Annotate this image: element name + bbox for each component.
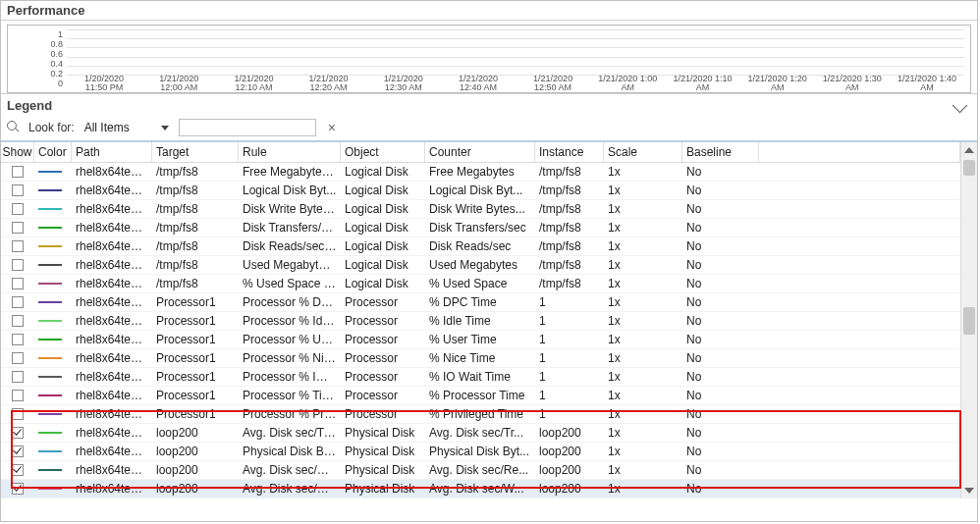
table-row[interactable]: rhel8x64test01loop200Avg. Disk sec/Re...… [1,461,960,480]
cell-counter: Free Megabytes [425,165,535,179]
legend-rows: rhel8x64test01/tmp/fs8Free Megabytes...L… [1,163,960,498]
cell-rule: Disk Transfers/s... [239,221,341,235]
show-checkbox[interactable] [12,203,24,215]
clear-search-button[interactable]: × [324,120,340,135]
color-swatch [38,320,62,322]
search-input[interactable] [179,119,316,136]
table-row[interactable]: rhel8x64test01/tmp/fs8% Used Space (...L… [1,275,960,293]
table-row[interactable]: rhel8x64test01loop200Physical Disk Byt..… [1,443,960,461]
column-header[interactable]: Counter [425,142,535,162]
cell-rule: Processor % Privi... [239,407,341,421]
show-checkbox[interactable] [12,390,24,401]
column-header[interactable]: Object [341,142,425,162]
cell-scale: 1x [604,407,682,421]
show-checkbox[interactable] [12,464,24,476]
column-header[interactable]: Color [34,142,72,162]
cell-show [1,222,34,234]
cell-counter: % DPC Time [425,295,535,309]
table-row[interactable]: rhel8x64test01Processor1Processor % Priv… [1,405,960,424]
cell-baseline: No [682,258,759,272]
show-checkbox[interactable] [12,222,24,234]
table-row[interactable]: rhel8x64test01Processor1Processor % Use.… [1,331,960,349]
performance-section-header: Performance [1,1,977,21]
cell-path: rhel8x64test01 [72,314,152,328]
y-tick-label: 0.8 [50,39,63,49]
show-checkbox[interactable] [12,259,24,271]
table-row[interactable]: rhel8x64test01Processor1Processor % IO T… [1,368,960,387]
table-row[interactable]: rhel8x64test01/tmp/fs8Disk Transfers/s..… [1,219,960,237]
cell-show [1,166,34,178]
table-row[interactable]: rhel8x64test01/tmp/fs8Logical Disk Byt..… [1,182,960,200]
show-checkbox[interactable] [12,240,24,252]
scroll-up-button[interactable] [961,142,977,158]
show-checkbox[interactable] [12,427,24,439]
cell-instance: 1 [535,314,604,328]
cell-target: loop200 [152,445,239,458]
show-checkbox[interactable] [12,334,24,345]
legend-column-headers[interactable]: ShowColorPathTargetRuleObjectCounterInst… [1,142,960,163]
table-row[interactable]: rhel8x64test01Processor1Processor % DP..… [1,293,960,312]
table-row[interactable]: rhel8x64test01Processor1Processor % Nic.… [1,349,960,368]
show-checkbox[interactable] [12,166,24,178]
show-checkbox[interactable] [12,371,24,383]
table-row[interactable]: rhel8x64test01/tmp/fs8Used Megabytes...L… [1,256,960,275]
cell-baseline: No [682,351,759,365]
cell-scale: 1x [604,426,682,440]
show-checkbox[interactable] [12,408,24,420]
cell-baseline: No [682,463,759,477]
column-header[interactable]: Show [1,142,34,162]
chart-gridline [67,66,964,67]
x-tick-label: 1/20/202011:50 PM [67,75,141,92]
show-checkbox[interactable] [12,278,24,289]
cell-show [1,390,34,401]
column-header[interactable]: Path [72,142,152,162]
cell-object: Processor [341,407,425,421]
chevron-down-icon[interactable] [953,98,968,114]
table-row[interactable]: rhel8x64test01Processor1Processor % Tim.… [1,387,960,405]
table-row[interactable]: rhel8x64test01loop200Avg. Disk sec/Tr...… [1,424,960,443]
cell-scale: 1x [604,482,682,496]
lookfor-scope-combo[interactable]: All Items [82,121,171,134]
cell-object: Processor [341,295,425,309]
cell-rule: Avg. Disk sec/W... [239,482,341,496]
x-tick-label: 1/21/2020 1:30AM [815,75,890,92]
cell-counter: % Used Space [425,277,535,290]
cell-baseline: No [682,426,759,440]
cell-path: rhel8x64test01 [72,258,152,272]
scroll-thumb[interactable] [963,160,975,176]
cell-show [1,483,34,495]
table-row[interactable]: rhel8x64test01loop200Avg. Disk sec/W...P… [1,480,960,498]
column-header[interactable]: Rule [239,142,341,162]
color-swatch [38,283,62,285]
cell-path: rhel8x64test01 [72,463,152,477]
cell-baseline: No [682,165,759,179]
show-checkbox[interactable] [12,352,24,364]
column-header[interactable]: Scale [604,142,682,162]
scroll-down-button[interactable] [961,483,977,498]
cell-rule: Processor % Nic... [239,351,341,365]
column-header[interactable]: Baseline [682,142,759,162]
vertical-scrollbar[interactable] [960,142,977,498]
table-row[interactable]: rhel8x64test01/tmp/fs8Free Megabytes...L… [1,163,960,182]
column-header[interactable]: Target [152,142,239,162]
cell-show [1,184,34,196]
cell-show [1,315,34,327]
performance-chart[interactable]: 10.80.60.40.20 1/20/202011:50 PM1/21/202… [7,25,971,93]
show-checkbox[interactable] [12,445,24,457]
table-row[interactable]: rhel8x64test01/tmp/fs8Disk Reads/sec (..… [1,237,960,256]
cell-object: Logical Disk [341,258,425,272]
cell-object: Logical Disk [341,202,425,216]
x-tick-label: 1/21/2020 1:10AM [665,75,739,92]
show-checkbox[interactable] [12,184,24,196]
show-checkbox[interactable] [12,483,24,495]
show-checkbox[interactable] [12,315,24,327]
cell-counter: Avg. Disk sec/W... [425,482,535,496]
table-row[interactable]: rhel8x64test01/tmp/fs8Disk Write Bytes..… [1,200,960,219]
table-row[interactable]: rhel8x64test01Processor1Processor % Idle… [1,312,960,331]
scroll-thumb[interactable] [963,307,975,335]
column-header[interactable]: Instance [535,142,604,162]
legend-grid[interactable]: ShowColorPathTargetRuleObjectCounterInst… [1,142,960,498]
legend-section-header[interactable]: Legend [1,93,977,115]
show-checkbox[interactable] [12,296,24,308]
chart-plot-area [67,29,964,75]
